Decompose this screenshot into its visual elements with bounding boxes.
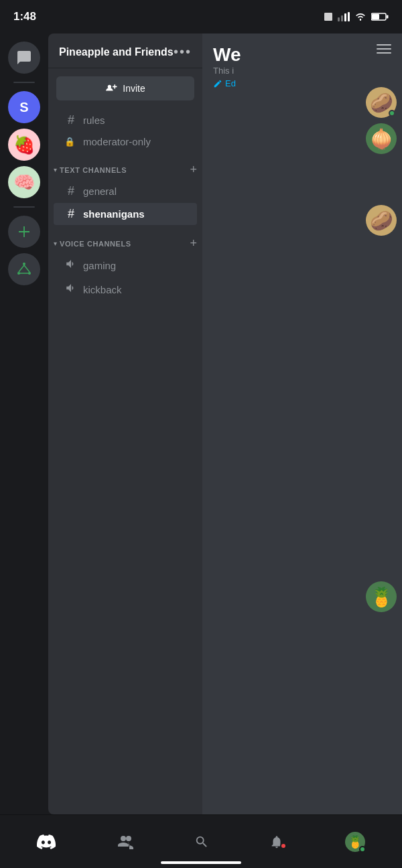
nav-item-profile[interactable]: 🍍 bbox=[334, 826, 376, 857]
channel-name-kickback: kickback bbox=[83, 284, 122, 295]
svg-rect-3 bbox=[344, 13, 346, 21]
battery-icon bbox=[371, 12, 389, 21]
status-time: 1:48 bbox=[13, 10, 36, 23]
add-server-icon bbox=[16, 224, 32, 240]
category-left-voice: ▾ VOICE CHANNELS bbox=[54, 240, 131, 248]
channel-name-rules: rules bbox=[83, 115, 105, 126]
channel-item-rules[interactable]: # rules bbox=[54, 109, 197, 131]
channel-name-moderator-only: moderator-only bbox=[83, 136, 151, 147]
sidebar-item-add[interactable] bbox=[8, 216, 40, 248]
strawberry-emoji: 🍓 bbox=[13, 135, 35, 155]
svg-rect-4 bbox=[348, 12, 350, 21]
channel-list: # rules 🔒 moderator-only ▾ TEXT CHANNELS… bbox=[48, 106, 202, 814]
s-letter: S bbox=[19, 100, 28, 115]
channel-item-gaming[interactable]: gaming bbox=[54, 254, 197, 277]
bottom-nav: 🍍 bbox=[0, 814, 402, 868]
pencil-icon bbox=[213, 79, 222, 88]
signal-icon bbox=[338, 12, 350, 21]
brain-emoji: 🧠 bbox=[13, 172, 35, 193]
channel-item-kickback[interactable]: kickback bbox=[54, 278, 197, 301]
search-nav-icon bbox=[194, 835, 209, 849]
sidebar-divider-1 bbox=[13, 82, 35, 83]
right-avatars: 🥔 🧅 🥔 🍍 bbox=[366, 87, 402, 612]
edit-label: Ed bbox=[225, 78, 236, 88]
profile-online-dot bbox=[359, 846, 366, 853]
notification-dot bbox=[280, 843, 287, 849]
invite-icon bbox=[105, 84, 117, 93]
category-voice-channels[interactable]: ▾ VOICE CHANNELS + bbox=[48, 226, 202, 253]
avatar-1: 🥔 bbox=[366, 87, 397, 118]
invite-label: Invite bbox=[123, 83, 145, 94]
sidebar-item-strawberry[interactable]: 🍓 bbox=[8, 129, 40, 161]
channel-name-gaming: gaming bbox=[83, 260, 116, 271]
welcome-text-container: We This i Ed bbox=[213, 44, 241, 88]
invite-button[interactable]: Invite bbox=[56, 76, 194, 100]
svg-rect-8 bbox=[387, 15, 389, 19]
nav-item-friends[interactable] bbox=[106, 829, 145, 855]
sidebar-item-brain[interactable]: 🧠 bbox=[8, 166, 40, 198]
channel-item-moderator-only[interactable]: 🔒 moderator-only bbox=[54, 132, 197, 151]
speaker-icon-kickback bbox=[64, 282, 78, 297]
svg-rect-1 bbox=[338, 17, 340, 21]
hash-icon: # bbox=[64, 113, 78, 127]
profile-avatar-icon: 🍍 bbox=[345, 832, 365, 852]
svg-rect-0 bbox=[324, 13, 332, 21]
nav-item-search[interactable] bbox=[184, 829, 220, 855]
category-left-text: ▾ TEXT CHANNELS bbox=[54, 166, 127, 174]
channel-panel: Pineapple and Friends ••• Invite # rules bbox=[48, 33, 202, 814]
nav-item-notifications[interactable] bbox=[259, 829, 295, 855]
nav-item-discord[interactable] bbox=[26, 829, 66, 855]
svg-line-13 bbox=[24, 265, 29, 272]
avatar-emoji-2: 🧅 bbox=[370, 128, 393, 150]
edit-button[interactable]: Ed bbox=[213, 78, 241, 88]
channel-item-shenanigans[interactable]: # shenanigans bbox=[54, 203, 197, 225]
chevron-text-icon: ▾ bbox=[54, 166, 57, 173]
category-text-channels[interactable]: ▾ TEXT CHANNELS + bbox=[48, 152, 202, 179]
welcome-title: We bbox=[213, 44, 241, 66]
svg-line-12 bbox=[19, 265, 24, 272]
add-voice-channel-button[interactable]: + bbox=[190, 236, 197, 250]
channel-name-shenanigans: shenanigans bbox=[83, 208, 145, 220]
svg-point-5 bbox=[360, 19, 361, 21]
add-text-channel-button[interactable]: + bbox=[190, 163, 197, 177]
welcome-subtitle: This i bbox=[213, 66, 241, 76]
lock-hash-icon: 🔒 bbox=[64, 137, 78, 147]
home-indicator bbox=[161, 861, 241, 864]
category-label-voice: VOICE CHANNELS bbox=[60, 240, 131, 248]
wifi-icon bbox=[354, 12, 367, 21]
sidebar-item-directory[interactable] bbox=[8, 253, 40, 285]
svg-point-15 bbox=[108, 85, 111, 88]
server-name: Pineapple and Friends bbox=[59, 46, 174, 58]
chat-icon bbox=[16, 50, 32, 66]
avatar-3: 🥔 bbox=[366, 205, 397, 236]
server-sidebar: S 🍓 🧠 bbox=[0, 33, 48, 814]
main-layout: S 🍓 🧠 bbox=[0, 33, 402, 814]
sidebar-item-s[interactable]: S bbox=[8, 91, 40, 123]
friends-icon bbox=[117, 835, 134, 849]
online-dot-1 bbox=[389, 110, 395, 117]
status-icons bbox=[323, 11, 389, 22]
avatar-2: 🧅 bbox=[366, 123, 397, 154]
svg-rect-7 bbox=[372, 14, 379, 19]
discord-home-icon bbox=[37, 835, 56, 849]
svg-rect-2 bbox=[341, 15, 343, 21]
svg-point-9 bbox=[23, 263, 25, 265]
directory-icon bbox=[16, 261, 32, 277]
channel-item-general[interactable]: # general bbox=[54, 180, 197, 202]
contact-icon bbox=[323, 11, 334, 22]
channel-name-general: general bbox=[83, 186, 117, 197]
sidebar-item-home[interactable] bbox=[8, 42, 40, 74]
more-button[interactable]: ••• bbox=[174, 44, 192, 60]
server-header: Pineapple and Friends ••• bbox=[48, 33, 202, 68]
avatar-emoji-4: 🍍 bbox=[370, 586, 393, 608]
hash-icon-general: # bbox=[64, 184, 78, 198]
avatar-emoji-3: 🥔 bbox=[370, 210, 393, 232]
category-label-text: TEXT CHANNELS bbox=[60, 166, 127, 174]
hash-icon-shenanigans: # bbox=[64, 207, 78, 221]
status-bar: 1:48 bbox=[0, 0, 402, 33]
avatar-4: 🍍 bbox=[366, 581, 397, 612]
speaker-icon-gaming bbox=[64, 258, 78, 273]
right-panel: We This i Ed 🥔 🧅 🥔 bbox=[202, 33, 402, 814]
sidebar-divider-2 bbox=[13, 206, 35, 208]
chevron-voice-icon: ▾ bbox=[54, 240, 57, 247]
